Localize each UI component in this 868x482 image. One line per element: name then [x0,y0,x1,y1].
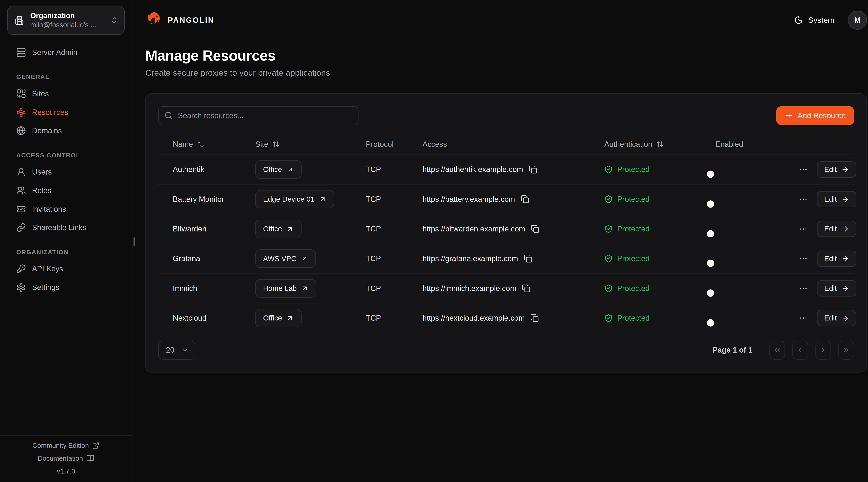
arrow-right-icon [841,195,849,203]
resource-name: Authentik [158,165,241,174]
table-row-battery-monitor: Battery MonitorEdge Device 01TCPhttps://… [158,184,854,214]
sidebar-item-shareable-links[interactable]: Shareable Links [0,218,132,237]
previous-page-button[interactable] [792,341,808,360]
row-menu-button[interactable] [798,164,809,175]
access-cell: https://authentik.example.com [408,165,590,174]
site-link-badge[interactable]: Office [255,220,302,238]
resource-name: Bitwarden [158,225,241,233]
site-link-badge[interactable]: AWS VPC [255,249,316,268]
row-menu-button[interactable] [798,223,809,234]
edit-button[interactable]: Edit [817,310,856,326]
site-link-badge[interactable]: Office [255,160,302,179]
edit-button[interactable]: Edit [817,251,856,267]
brand[interactable]: PANGOLIN [145,11,214,29]
edit-button[interactable]: Edit [817,221,856,237]
row-menu-button[interactable] [798,253,809,264]
row-actions: Edit [783,191,859,207]
page-size-select[interactable]: 20 [158,341,195,360]
copy-url-button[interactable] [531,225,539,233]
moon-icon [794,15,803,25]
sort-icon[interactable] [272,140,279,148]
sidebar-footer: Community Edition Documentation v1.7.0 [0,435,132,482]
card-footer: 20 Page 1 of 1 [158,341,854,360]
shield-check-icon [604,284,613,292]
avatar[interactable]: M [848,10,867,30]
sort-icon[interactable] [197,140,204,148]
toggle-knob [707,289,714,297]
organization-selector[interactable]: Organization milo@fossorial.io's ... [7,5,125,35]
edit-label: Edit [824,284,837,292]
row-menu-button[interactable] [798,283,809,294]
site-link-badge[interactable]: Home Lab [255,279,316,298]
documentation-link[interactable]: Documentation [38,454,94,462]
column-label: Access [423,140,447,149]
chevron-down-icon [181,346,189,354]
row-menu-button[interactable] [798,194,809,205]
chevrons-left-icon [773,346,781,354]
sidebar-item-users[interactable]: Users [0,163,132,182]
column-label: Protocol [366,140,394,149]
sidebar-item-server-admin[interactable]: Server Admin [0,43,132,62]
copy-url-button[interactable] [522,284,530,292]
site-link-badge[interactable]: Edge Device 01 [255,190,334,208]
chevron-left-icon [796,346,804,354]
add-resource-button[interactable]: Add Resource [776,106,854,125]
community-edition-link[interactable]: Community Edition [32,442,100,449]
link-icon [16,223,26,232]
copy-url-button[interactable] [521,195,529,203]
access-url: https://authentik.example.com [423,165,523,174]
page-size-value: 20 [166,346,175,354]
sidebar-item-sites[interactable]: Sites [0,85,132,103]
sidebar-item-domains[interactable]: Domains [0,122,132,140]
sidebar-item-label: Shareable Links [32,223,86,232]
authentication-status: Protected [617,165,650,174]
access-url: https://bitwarden.example.com [423,225,525,233]
last-page-button[interactable] [838,341,854,360]
avatar-initial: M [854,15,861,25]
authentication-cell: Protected [590,225,701,233]
sidebar-item-resources[interactable]: Resources [0,103,132,122]
toggle-knob [707,319,714,326]
topbar-right: System M [794,10,867,30]
copy-url-button[interactable] [524,254,532,263]
site-link-badge[interactable]: Office [255,309,302,327]
sidebar-section-access-control: ACCESS CONTROL [16,152,132,159]
pager-status: Page 1 of 1 [712,346,752,354]
shield-check-icon [604,195,613,203]
external-link-icon [92,442,99,449]
sidebar-section-organization: ORGANIZATION [16,249,132,256]
community-edition-label: Community Edition [32,442,89,449]
table-row-grafana: GrafanaAWS VPCTCPhttps://grafana.example… [158,244,854,273]
organization-value: milo@fossorial.io's ... [30,21,104,30]
edit-button[interactable]: Edit [817,280,856,296]
theme-toggle[interactable]: System [794,15,835,25]
page-subtitle: Create secure proxies to your private ap… [145,68,867,77]
add-resource-label: Add Resource [798,111,846,120]
sidebar-item-api-keys[interactable]: API Keys [0,260,132,278]
sort-icon[interactable] [656,140,663,148]
shield-check-icon [604,225,613,233]
book-open-icon [86,454,94,462]
copy-url-button[interactable] [529,165,537,174]
table-row-authentik: AuthentikOfficeTCPhttps://authentik.exam… [158,154,854,184]
sidebar-item-roles[interactable]: Roles [0,181,132,200]
authentication-cell: Protected [590,314,701,322]
row-menu-button[interactable] [798,313,809,324]
column-header-name[interactable]: Name [158,140,241,149]
sidebar-item-invitations[interactable]: Invitations [0,200,132,219]
next-page-button[interactable] [815,341,831,360]
sidebar-resize-handle[interactable] [133,237,135,246]
edit-button[interactable]: Edit [817,191,856,207]
arrow-up-right-icon [286,166,294,173]
access-cell: https://immich.example.com [408,284,590,293]
edit-button[interactable]: Edit [817,161,856,178]
copy-url-button[interactable] [530,314,539,322]
sidebar-item-settings[interactable]: Settings [0,278,132,297]
combine-icon [16,89,26,99]
edit-label: Edit [824,225,837,233]
search-input[interactable] [158,106,359,125]
column-header-authentication[interactable]: Authentication [590,140,701,149]
column-header-site[interactable]: Site [241,140,351,149]
globe-icon [16,126,26,135]
first-page-button[interactable] [769,341,785,360]
